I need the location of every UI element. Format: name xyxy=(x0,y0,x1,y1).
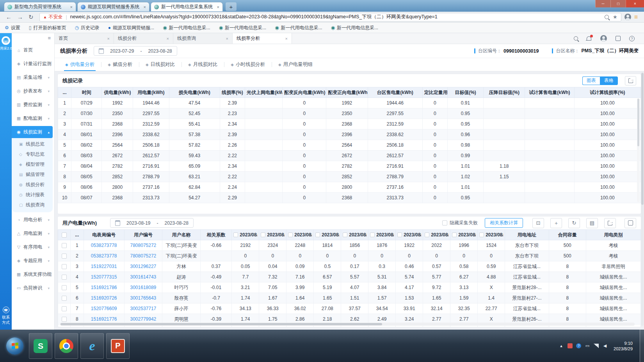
user-no-link[interactable]: 7808075272 xyxy=(130,253,157,259)
user-no-link[interactable]: 3001614743 xyxy=(130,274,157,280)
sidebar-subitem[interactable]: ▣线损总览 xyxy=(12,139,53,149)
maximize-button[interactable]: □ xyxy=(610,0,626,7)
taskbar-app-chrome[interactable] xyxy=(55,333,78,359)
search-icon[interactable] xyxy=(605,15,609,19)
contact-widget[interactable]: ☎ 联系方式 xyxy=(0,307,12,325)
minimize-button[interactable]: ─ xyxy=(595,0,610,7)
tab-close-icon[interactable]: × xyxy=(144,5,146,9)
reload-icon[interactable]: ↻ xyxy=(28,14,34,20)
date-start[interactable]: 2023-08-19 xyxy=(126,220,150,226)
export-button[interactable] xyxy=(625,76,636,85)
select-all-checkbox[interactable] xyxy=(62,232,67,238)
notification-bell-icon[interactable] xyxy=(587,36,592,41)
taskbar-app-wps[interactable]: S xyxy=(29,333,52,359)
sidebar-item[interactable]: ◎抄表发布▾ xyxy=(12,85,53,97)
browser-tab[interactable]: 能源互联网营销服务系统× xyxy=(77,2,149,11)
add-button[interactable]: ＋ xyxy=(550,218,562,228)
date-end[interactable]: 2023-08-28 xyxy=(165,220,189,226)
meter-no-link[interactable]: 1519227031 xyxy=(91,264,117,269)
tray-hidden-icons-arrow[interactable]: ▴ xyxy=(559,343,564,348)
address-bar[interactable]: ▲ 不安全 | neweic.js.sgcc.com.cn/#/llm/line… xyxy=(39,13,621,21)
browser-menu-icon[interactable]: ≡ xyxy=(634,14,638,21)
row-checkbox[interactable] xyxy=(62,296,67,301)
date-range-picker[interactable]: 2023-07-29 - 2023-08-28 xyxy=(94,46,177,56)
taskbar-app-ie[interactable]: e xyxy=(80,333,104,359)
sidebar-item[interactable]: ◈计量运行监测▾ xyxy=(12,58,53,70)
user-no-link[interactable]: 3001296227 xyxy=(130,264,157,269)
bookmark-item[interactable]: ◉新一代用电信息采... xyxy=(163,25,210,31)
browser-tab[interactable]: 新一代用电信息采集系统× xyxy=(151,2,223,11)
sidebar-item[interactable]: ▭负荷辨识▾ xyxy=(12,282,53,294)
taskbar-app-powerpoint[interactable]: P xyxy=(106,333,130,359)
forward-icon[interactable]: → xyxy=(17,14,23,20)
date-column-checkbox[interactable] xyxy=(370,232,375,237)
start-button[interactable] xyxy=(2,332,27,360)
tray-help-icon[interactable]: ? xyxy=(576,343,581,348)
page-tab[interactable]: 线损查询× xyxy=(173,33,233,44)
bookmark-item[interactable]: ▯打开新的标签页 xyxy=(29,25,66,31)
row-checkbox[interactable] xyxy=(62,254,67,259)
sidebar-item[interactable]: ▤采集运维▾ xyxy=(12,71,53,83)
analysis-tab[interactable]: ◈供电量分析 xyxy=(59,58,101,71)
bookmark-item[interactable]: ◉新一代用电信息采... xyxy=(331,25,379,31)
date-column-checkbox[interactable] xyxy=(233,232,238,237)
tray-app-icon[interactable] xyxy=(568,343,573,348)
bookmark-item[interactable]: ●能源互联网营销服... xyxy=(108,25,154,31)
tab-close-icon[interactable]: × xyxy=(226,36,228,41)
sidebar-item[interactable]: ◔用电分析▾ xyxy=(12,214,53,226)
page-tab[interactable]: 线损率分析× xyxy=(233,33,292,44)
row-checkbox[interactable] xyxy=(62,306,67,311)
scroll-thumb[interactable] xyxy=(637,99,639,146)
date-column-checkbox[interactable] xyxy=(479,232,484,237)
meter-no-link[interactable]: 0538273778 xyxy=(91,253,117,259)
bookmark-item[interactable]: ◉新一代用电信息采... xyxy=(275,25,322,31)
column-settings-button[interactable]: ⊡ xyxy=(532,218,544,228)
date-column-checkbox[interactable] xyxy=(343,232,347,237)
new-tab-button[interactable]: + xyxy=(226,2,237,11)
row-checkbox[interactable] xyxy=(62,264,67,269)
search-icon[interactable] xyxy=(574,36,578,41)
meter-no-link[interactable]: 1520776609 xyxy=(91,306,117,311)
sidebar-subitem[interactable]: ◷统计报表 xyxy=(12,190,53,200)
fullscreen-button[interactable] xyxy=(624,218,636,228)
close-button[interactable]: × xyxy=(626,0,644,7)
sidebar-subitem[interactable]: ◍线损分析 xyxy=(12,179,53,190)
sidebar-item[interactable]: ▽有序用电▾ xyxy=(12,241,53,253)
date-column-checkbox[interactable] xyxy=(425,232,429,237)
user-energy-date-picker[interactable]: 2023-08-19 - 2023-08-28 xyxy=(110,218,194,228)
sidebar-collapse-icon[interactable]: ≡ xyxy=(48,35,51,41)
hide-failed-checkbox[interactable] xyxy=(442,220,447,225)
profile-avatar-icon[interactable] xyxy=(624,14,631,20)
sidebar-item[interactable]: ◈专题应用▾ xyxy=(12,255,53,267)
refresh-button[interactable]: ↻ xyxy=(568,218,580,228)
analysis-tab[interactable]: ◈月线损对比 xyxy=(181,58,224,71)
tab-close-icon[interactable]: × xyxy=(70,5,73,9)
meter-no-link[interactable]: 1516921776 xyxy=(91,316,117,322)
user-no-link[interactable]: 3001618089 xyxy=(130,285,157,290)
date-column-checkbox[interactable] xyxy=(288,232,293,237)
sidebar-subitem[interactable]: ▤赋值管理 xyxy=(12,169,53,179)
meter-no-link[interactable]: 1520777315 xyxy=(91,274,117,280)
sidebar-item[interactable]: ◉线损监测▴ xyxy=(12,126,53,138)
row-checkbox[interactable] xyxy=(62,275,67,280)
export-rows-button[interactable] xyxy=(604,218,616,228)
page-vscrollbar[interactable] xyxy=(641,72,644,326)
tray-monitor-icon[interactable]: ▭ xyxy=(585,343,590,348)
analysis-tab[interactable]: ◈赋值分析 xyxy=(101,58,139,71)
sidebar-subitem[interactable]: ◈模型管理 xyxy=(12,159,53,169)
analysis-tab[interactable]: ◈日线损对比 xyxy=(139,58,181,71)
page-tab[interactable]: 首页× xyxy=(55,33,114,44)
user-no-link[interactable]: 7808075272 xyxy=(130,243,157,248)
user-no-link[interactable]: 3002537717 xyxy=(130,306,157,311)
row-checkbox[interactable] xyxy=(62,243,67,248)
tab-close-icon[interactable]: × xyxy=(107,36,110,41)
browser-tab[interactable]: 新型电力负荷管理系统× xyxy=(4,2,76,11)
scroll-thumb[interactable] xyxy=(641,73,644,205)
tray-network-icon[interactable] xyxy=(594,344,599,348)
chart-view-button[interactable]: 图表 xyxy=(582,76,600,85)
user-no-link[interactable]: 3002779942 xyxy=(130,316,157,322)
sidebar-subitem[interactable]: ◇专职总览 xyxy=(12,149,53,159)
loss-records-vscrollbar[interactable] xyxy=(637,98,640,202)
sidebar-item[interactable]: △用电监测▾ xyxy=(12,227,53,240)
analysis-tab[interactable]: ◈用户电量明细 xyxy=(272,58,319,71)
